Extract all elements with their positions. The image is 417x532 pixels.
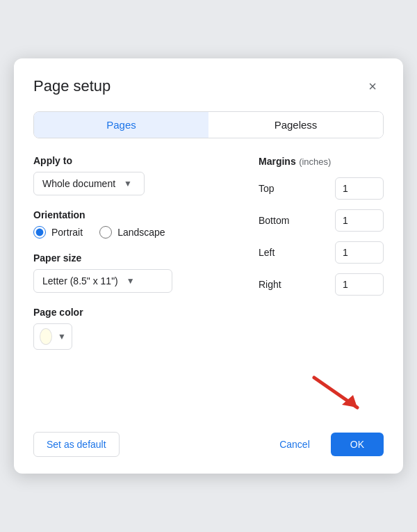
close-button[interactable]: × xyxy=(361,75,384,97)
page-color-section: Page color ▼ xyxy=(33,307,231,350)
paper-size-arrow: ▼ xyxy=(126,276,135,286)
paper-size-section: Paper size Letter (8.5" x 11") ▼ xyxy=(33,252,231,293)
margin-left-row: Left xyxy=(259,241,384,264)
page-color-button[interactable]: ▼ xyxy=(33,323,72,350)
tab-pageless[interactable]: Pageless xyxy=(208,112,383,138)
landscape-label: Landscape xyxy=(117,227,165,238)
margin-top-label: Top xyxy=(259,183,293,194)
portrait-option[interactable]: Portrait xyxy=(33,226,83,239)
apply-to-dropdown[interactable]: Whole document ▼ xyxy=(33,172,145,195)
orientation-label: Orientation xyxy=(33,209,231,220)
close-icon: × xyxy=(368,79,377,95)
color-swatch xyxy=(40,328,52,345)
apply-to-value: Whole document xyxy=(42,178,115,189)
svg-marker-1 xyxy=(342,395,357,408)
tabs-container: Pages Pageless xyxy=(33,111,384,138)
margin-left-input[interactable] xyxy=(335,241,384,264)
paper-size-label: Paper size xyxy=(33,252,231,264)
margin-top-input[interactable] xyxy=(335,177,384,200)
margin-right-row: Right xyxy=(259,273,384,296)
page-color-label: Page color xyxy=(33,307,231,318)
page-setup-dialog: Page setup × Pages Pageless Apply to Who… xyxy=(14,58,403,474)
apply-to-arrow: ▼ xyxy=(124,179,132,188)
color-arrow: ▼ xyxy=(58,332,66,341)
arrow-annotation xyxy=(33,371,384,412)
right-panel: Margins (inches) Top Bottom Left Right xyxy=(259,155,384,364)
footer: Set as default Cancel OK xyxy=(33,432,384,457)
margin-bottom-input[interactable] xyxy=(335,209,384,232)
red-arrow-icon xyxy=(307,374,370,412)
orientation-section: Orientation Portrait Landscape xyxy=(33,209,231,239)
margin-right-input[interactable] xyxy=(335,273,384,296)
margin-bottom-row: Bottom xyxy=(259,209,384,232)
tab-pages[interactable]: Pages xyxy=(34,112,208,138)
margin-right-label: Right xyxy=(259,279,293,290)
margin-left-label: Left xyxy=(259,247,293,258)
ok-button[interactable]: OK xyxy=(331,433,384,456)
dialog-title: Page setup xyxy=(33,77,111,95)
main-content: Apply to Whole document ▼ Orientation Po… xyxy=(33,155,384,364)
landscape-option[interactable]: Landscape xyxy=(99,226,165,239)
apply-to-section: Apply to Whole document ▼ xyxy=(33,155,231,195)
cancel-button[interactable]: Cancel xyxy=(267,433,322,456)
margins-unit: (inches) xyxy=(299,156,331,167)
margin-top-row: Top xyxy=(259,177,384,200)
apply-to-label: Apply to xyxy=(33,155,231,166)
set-default-button[interactable]: Set as default xyxy=(33,432,120,457)
portrait-label: Portrait xyxy=(51,227,83,238)
margins-title: Margins xyxy=(259,156,296,167)
paper-size-value: Letter (8.5" x 11") xyxy=(42,275,118,287)
left-panel: Apply to Whole document ▼ Orientation Po… xyxy=(33,155,231,364)
margin-bottom-label: Bottom xyxy=(259,215,293,226)
orientation-row: Portrait Landscape xyxy=(33,226,231,239)
dialog-header: Page setup × xyxy=(33,75,384,97)
paper-size-dropdown[interactable]: Letter (8.5" x 11") ▼ xyxy=(33,269,172,293)
portrait-radio[interactable] xyxy=(33,226,46,239)
margins-header: Margins (inches) xyxy=(259,155,384,168)
landscape-radio[interactable] xyxy=(99,226,112,239)
svg-line-0 xyxy=(314,378,357,408)
